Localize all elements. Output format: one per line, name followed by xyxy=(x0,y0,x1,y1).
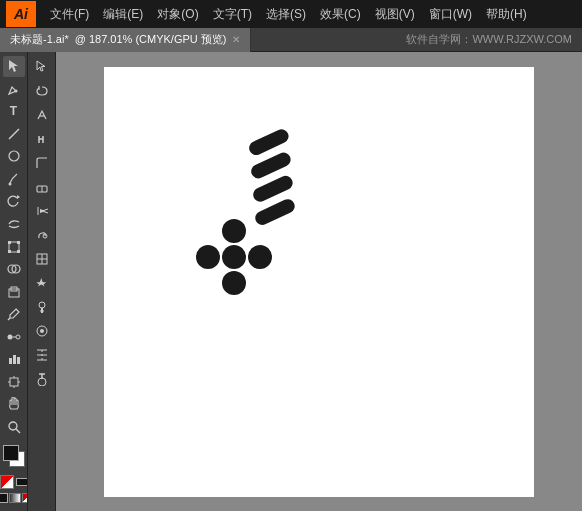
none-swatch[interactable] xyxy=(0,475,14,489)
menu-view[interactable]: 视图(V) xyxy=(369,4,421,25)
svg-line-27 xyxy=(16,429,20,433)
svg-point-45 xyxy=(38,378,46,386)
tab-document-info: @ 187.01% (CMYK/GPU 预览) xyxy=(75,32,227,47)
pen-tool[interactable] xyxy=(3,79,25,100)
text-on-path-tool[interactable] xyxy=(31,128,53,150)
menu-select[interactable]: 选择(S) xyxy=(260,4,312,25)
svg-line-1 xyxy=(9,129,19,139)
tab-bar: 未标题-1.ai* @ 187.01% (CMYK/GPU 预览) ✕ 软件自学… xyxy=(0,28,582,52)
svg-point-26 xyxy=(9,422,17,430)
svg-rect-8 xyxy=(8,250,11,253)
tab-close-button[interactable]: ✕ xyxy=(232,34,240,45)
title-bar: Ai 文件(F) 编辑(E) 对象(O) 文字(T) 选择(S) 效果(C) 视… xyxy=(0,0,582,28)
svg-point-16 xyxy=(16,335,20,339)
menu-effect[interactable]: 效果(C) xyxy=(314,4,367,25)
rotate-tool[interactable] xyxy=(3,191,25,212)
column-graph-tool[interactable] xyxy=(3,349,25,370)
direct-selection-tool[interactable] xyxy=(31,56,53,78)
rectangle-tool[interactable] xyxy=(3,146,25,167)
svg-point-15 xyxy=(7,334,12,339)
svg-rect-19 xyxy=(13,355,16,364)
zoom-tool[interactable] xyxy=(3,417,25,438)
svg-point-38 xyxy=(39,302,45,308)
svg-rect-6 xyxy=(8,241,11,244)
svg-marker-4 xyxy=(17,195,20,199)
tab-document[interactable]: 未标题-1.ai* @ 187.01% (CMYK/GPU 预览) ✕ xyxy=(0,28,251,52)
line-segment-tool[interactable] xyxy=(3,124,25,145)
canvas-area[interactable] xyxy=(56,52,582,511)
artwork xyxy=(164,117,364,317)
toolbar-left: T xyxy=(0,52,28,511)
menu-edit[interactable]: 编辑(E) xyxy=(97,4,149,25)
color-mode-gradient[interactable] xyxy=(9,493,21,503)
svg-rect-21 xyxy=(10,378,18,386)
paintbrush-tool[interactable] xyxy=(3,169,25,190)
svg-point-2 xyxy=(9,151,19,161)
menu-object[interactable]: 对象(O) xyxy=(151,4,204,25)
tab-document-label: 未标题-1.ai* xyxy=(10,32,69,47)
color-swatches xyxy=(0,443,28,507)
menu-type[interactable]: 文字(T) xyxy=(207,4,258,25)
mesh-tool[interactable] xyxy=(31,248,53,270)
foreground-swatch[interactable] xyxy=(3,445,19,461)
free-transform-tool[interactable] xyxy=(3,236,25,257)
lasso-tool[interactable] xyxy=(31,80,53,102)
svg-point-3 xyxy=(8,182,11,185)
perspective-grid-tool[interactable] xyxy=(3,281,25,302)
toolbars-wrapper: T xyxy=(0,52,56,511)
eraser-tool[interactable] xyxy=(31,176,53,198)
arc-tool[interactable] xyxy=(31,152,53,174)
svg-rect-20 xyxy=(17,357,20,364)
svg-rect-7 xyxy=(17,241,20,244)
blend-tool[interactable] xyxy=(3,326,25,347)
svg-point-55 xyxy=(196,245,220,269)
svg-point-56 xyxy=(248,245,272,269)
swap-colors[interactable] xyxy=(16,478,28,486)
menu-help[interactable]: 帮助(H) xyxy=(480,4,533,25)
website-label: 软件自学网：WWW.RJZXW.COM xyxy=(406,32,582,47)
menu-bar: 文件(F) 编辑(E) 对象(O) 文字(T) 选择(S) 效果(C) 视图(V… xyxy=(44,4,576,25)
menu-window[interactable]: 窗口(W) xyxy=(423,4,478,25)
color-mode-color[interactable] xyxy=(0,493,8,503)
svg-point-54 xyxy=(222,271,246,295)
type-tool[interactable]: T xyxy=(3,101,25,122)
hand-tool[interactable] xyxy=(3,394,25,415)
artboard-tool[interactable] xyxy=(3,371,25,392)
eyedropper-tool[interactable] xyxy=(3,304,25,325)
symbol-sprayer-tool[interactable] xyxy=(31,296,53,318)
main-area: T xyxy=(0,52,582,511)
reflect-tool[interactable] xyxy=(31,200,53,222)
svg-rect-9 xyxy=(17,250,20,253)
svg-point-52 xyxy=(222,245,246,269)
bar-graph-tool[interactable] xyxy=(31,320,53,342)
svg-line-14 xyxy=(8,318,10,320)
canvas xyxy=(104,67,534,497)
svg-rect-18 xyxy=(9,358,12,364)
add-anchor-tool[interactable] xyxy=(31,104,53,126)
toolbar-right xyxy=(28,52,56,511)
shape-builder-tool[interactable] xyxy=(3,259,25,280)
slice-select-tool[interactable] xyxy=(31,344,53,366)
menu-file[interactable]: 文件(F) xyxy=(44,4,95,25)
svg-point-53 xyxy=(222,219,246,243)
print-tiling-tool[interactable] xyxy=(31,368,53,390)
ai-logo: Ai xyxy=(6,1,36,27)
svg-point-0 xyxy=(14,89,17,92)
warp-tool[interactable] xyxy=(3,214,25,235)
live-paint-tool[interactable] xyxy=(31,272,53,294)
liquify-tool[interactable] xyxy=(31,224,53,246)
svg-point-40 xyxy=(40,329,44,333)
selection-tool[interactable] xyxy=(3,56,25,77)
